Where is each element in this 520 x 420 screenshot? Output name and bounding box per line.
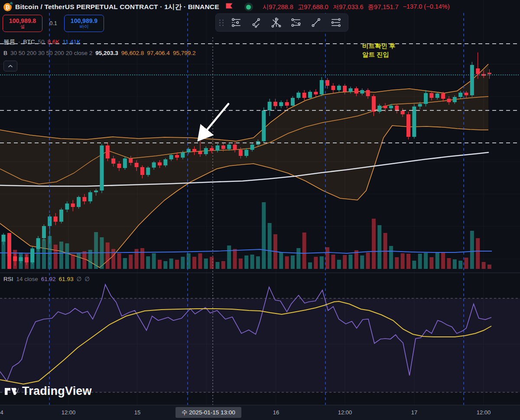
crosshair-time-tooltip: 수 2025-01-15 13:00 [176, 407, 241, 418]
rsi-legend[interactable]: RSI 14 close 61.92 61.93 ∅ ∅ [3, 275, 90, 282]
time-axis-label: 16 [273, 409, 279, 416]
time-axis[interactable]: 수 2025-01-15 13:00 412:00151612:001712:0… [0, 405, 520, 420]
text-annotation[interactable]: 비트확인 후 알트 진입 [362, 42, 396, 59]
bitcoin-icon: ₿ [3, 3, 12, 11]
fib-lines-tool-icon[interactable] [227, 15, 246, 30]
rsi-band-zone [0, 298, 520, 392]
spread-value: 0.1 [47, 20, 60, 26]
trend-line-tool-icon[interactable] [306, 15, 325, 30]
sell-button[interactable]: 100,989.8 셀 [3, 15, 42, 32]
symbol-title[interactable]: Bitcoin / TetherUS PERPETUAL CONTRACT · … [15, 3, 219, 12]
flag-icon[interactable] [225, 3, 234, 12]
tradingview-app: ₿ Bitcoin / TetherUS PERPETUAL CONTRACT … [0, 0, 520, 420]
change-readout: −137.0 (−0.14%) [403, 3, 450, 11]
time-axis-label: 12:00 [338, 409, 352, 416]
time-axis-label: 17 [411, 409, 417, 416]
time-axis-label: 4 [0, 409, 3, 416]
horizontal-lines-tool-icon[interactable] [326, 15, 345, 30]
ohlc-readout: 시97,288.8 고97,688.0 저97,033.6 종97,151.7 … [263, 3, 450, 11]
volume-legend[interactable]: 볼륨 · BTC 50 8.6K 11.41K [3, 38, 81, 46]
trade-panel: 100,989.8 셀 0.1 100,989.9 바이 [3, 15, 104, 32]
ma-bands-layer [0, 64, 488, 268]
trend-circles-tool-icon[interactable] [247, 15, 266, 30]
parallel-lines-tool-icon[interactable] [286, 15, 306, 30]
market-status-icon [244, 3, 253, 11]
tradingview-logo[interactable]: TradingView [4, 384, 92, 398]
toolbar-drag-handle[interactable] [219, 19, 224, 26]
drawing-favorites-toolbar [215, 13, 348, 32]
symbol-header: ₿ Bitcoin / TetherUS PERPETUAL CONTRACT … [3, 2, 450, 12]
time-axis-label: 15 [134, 409, 140, 416]
chart-canvas[interactable] [0, 0, 520, 405]
time-axis-label: 12:00 [477, 409, 491, 416]
tradingview-logo-icon [4, 386, 19, 397]
time-axis-label: 12:00 [62, 409, 76, 416]
arrow-annotation[interactable] [200, 104, 228, 139]
bands-legend[interactable]: B 30 50 200 30 50 200 20 close 2 95,203.… [3, 50, 195, 56]
buy-button[interactable]: 100,989.9 바이 [64, 15, 104, 32]
collapse-legend-button[interactable] [3, 61, 17, 71]
crossed-trendlines-tool-icon[interactable] [266, 15, 286, 30]
